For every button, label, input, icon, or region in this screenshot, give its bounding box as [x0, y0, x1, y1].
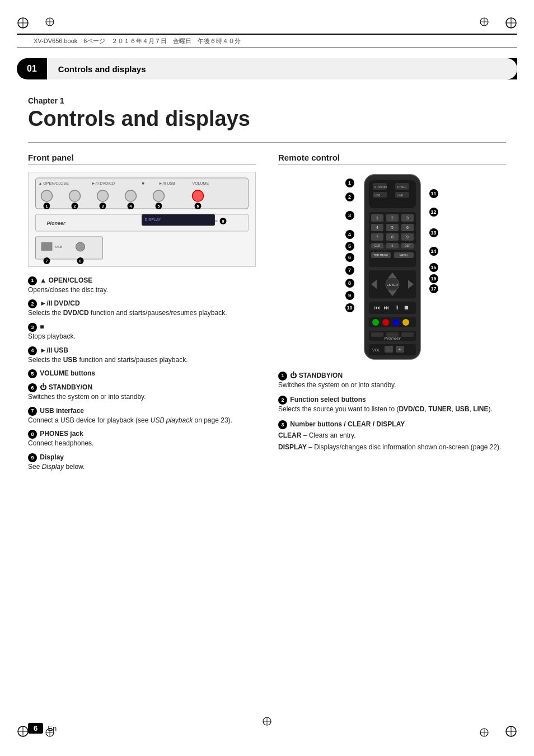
chapter-title-band: Controls and displays — [47, 58, 517, 79]
svg-text:8: 8 — [391, 235, 394, 239]
remote-desc: 1 ⏻ STANDBY/ON Switches the system on or… — [278, 371, 506, 452]
callout-8: 8 — [28, 430, 37, 439]
list-item: 7 USB interface Connect a USB device for… — [28, 406, 256, 425]
two-col-layout: Front panel ▲ OPEN/CLOSE ►/II DVD/CD ■ ►… — [28, 153, 506, 476]
front-panel-image: ▲ OPEN/CLOSE ►/II DVD/CD ■ ►/II USB VOLU… — [28, 172, 256, 267]
svg-text:STANDBY: STANDBY — [374, 185, 388, 189]
svg-text:8: 8 — [79, 259, 82, 263]
reg-mark-bottom-center — [262, 716, 272, 728]
svg-point-117 — [382, 319, 389, 326]
right-label-13: 13 — [429, 224, 439, 241]
reg-mark-tl — [17, 17, 29, 31]
svg-text:9: 9 — [406, 235, 409, 239]
svg-text:ENTER: ENTER — [386, 283, 398, 287]
svg-point-30 — [41, 190, 53, 201]
page-lang: En — [48, 724, 57, 732]
svg-text:CLR: CLR — [374, 244, 380, 247]
reg-mark-br — [505, 725, 517, 739]
svg-rect-121 — [371, 332, 383, 337]
svg-point-33 — [125, 190, 137, 201]
svg-text:2: 2 — [74, 204, 76, 208]
svg-text:DSP: DSP — [404, 244, 410, 247]
svg-point-58 — [76, 242, 85, 251]
svg-text:4: 4 — [130, 204, 132, 208]
reg-mark-bl — [17, 725, 29, 739]
chapter-band: 01 Controls and displays — [17, 58, 517, 79]
front-panel-svg: ▲ OPEN/CLOSE ►/II DVD/CD ■ ►/II USB VOLU… — [29, 172, 255, 267]
left-label-3: 3 — [345, 203, 355, 228]
list-item: 4 ►/II USB Selects the USB function and … — [28, 346, 256, 365]
svg-point-31 — [69, 190, 81, 201]
left-label-2: 2 — [345, 191, 355, 203]
reg-mark-tl2 — [45, 17, 55, 29]
page-footer: 6 En — [28, 723, 57, 734]
front-panel-desc-list: 1 ▲ OPEN/CLOSE Opens/closes the disc tra… — [28, 276, 256, 472]
reg-mark-br2 — [479, 727, 489, 739]
callout-7: 7 — [28, 407, 37, 416]
svg-text:–: – — [387, 348, 390, 351]
svg-rect-56 — [41, 242, 53, 251]
callout-4: 4 — [28, 346, 37, 355]
svg-text:6: 6 — [197, 204, 199, 208]
page-number: 6 — [28, 723, 43, 734]
right-label-17: 17 — [429, 284, 439, 294]
svg-text:VOL: VOL — [372, 348, 380, 352]
svg-text:MENU: MENU — [399, 253, 407, 257]
right-label-12: 12 — [429, 200, 439, 224]
callout-3: 3 — [28, 323, 37, 332]
remote-left-labels: 1 2 3 4 5 6 — [345, 172, 355, 314]
svg-text:6: 6 — [406, 226, 409, 229]
svg-text:1: 1 — [46, 204, 48, 208]
svg-text:9: 9 — [222, 219, 224, 223]
list-item: 1 ▲ OPEN/CLOSE Opens/closes the disc tra… — [28, 276, 256, 295]
svg-point-34 — [153, 190, 165, 201]
chapter-number: 01 — [17, 64, 47, 74]
left-label-6: 6 — [345, 251, 355, 264]
svg-text:USB: USB — [374, 194, 381, 197]
callout-1: 1 — [28, 276, 37, 285]
svg-text:2: 2 — [391, 216, 394, 220]
svg-text:+: + — [398, 348, 400, 351]
list-item: 2 ►/II DVD/CD Selects the DVD/CD functio… — [28, 299, 256, 318]
svg-text:■: ■ — [142, 181, 144, 185]
remote-desc-1: 1 ⏻ STANDBY/ON Switches the system on or… — [278, 371, 506, 390]
callout-2: 2 — [28, 299, 37, 308]
svg-point-32 — [97, 190, 109, 201]
left-label-9: 9 — [345, 289, 355, 302]
svg-text:7: 7 — [376, 235, 378, 239]
left-label-4: 4 — [345, 228, 355, 241]
right-label-11: 11 — [429, 187, 439, 200]
right-label-16: 16 — [429, 274, 439, 284]
top-bar-text: XV-DV656.book 6ページ ２０１６年４月７日 金曜日 午後６時４０分 — [34, 37, 241, 44]
left-label-5: 5 — [345, 241, 355, 251]
right-label-14: 14 — [429, 241, 439, 261]
callout-6: 6 — [28, 383, 37, 392]
svg-text:5: 5 — [158, 204, 160, 208]
svg-point-116 — [372, 319, 379, 326]
svg-text:3: 3 — [102, 204, 104, 208]
svg-text:Pioneer: Pioneer — [47, 220, 66, 226]
svg-text:⏹: ⏹ — [404, 304, 409, 311]
svg-text:3: 3 — [406, 216, 409, 220]
list-item: 3 ■ Stops playback. — [28, 322, 256, 341]
svg-text:DISPLAY: DISPLAY — [145, 218, 161, 222]
svg-text:►/II DVD/CD: ►/II DVD/CD — [92, 181, 115, 185]
svg-text:TUNER: TUNER — [397, 185, 407, 189]
reg-mark-tr — [505, 17, 517, 31]
svg-text:TOP MENU: TOP MENU — [373, 253, 388, 257]
right-label-15: 15 — [429, 261, 439, 274]
left-label-10: 10 — [345, 302, 355, 314]
left-label-7: 7 — [345, 264, 355, 277]
svg-text:►/II USB: ►/II USB — [159, 181, 175, 185]
remote-desc-3: 3 Number buttons / CLEAR / DISPLAY CLEAR… — [278, 420, 506, 452]
section-divider — [28, 142, 506, 143]
reg-mark-tr2 — [479, 17, 489, 29]
list-item: 5 VOLUME buttons — [28, 369, 256, 378]
remote-svg: STANDBY TUNER USB LINE 1 2 3 — [359, 172, 426, 362]
remote-illustration-wrap: 1 2 3 4 5 6 — [278, 172, 506, 362]
remote-desc-2: 2 Function select buttons Selects the so… — [278, 395, 506, 414]
chapter-label: Chapter 1 — [28, 96, 506, 105]
svg-text:VOLUME: VOLUME — [193, 181, 209, 185]
front-panel-heading: Front panel — [28, 153, 256, 165]
svg-text:⏭: ⏭ — [384, 304, 390, 311]
